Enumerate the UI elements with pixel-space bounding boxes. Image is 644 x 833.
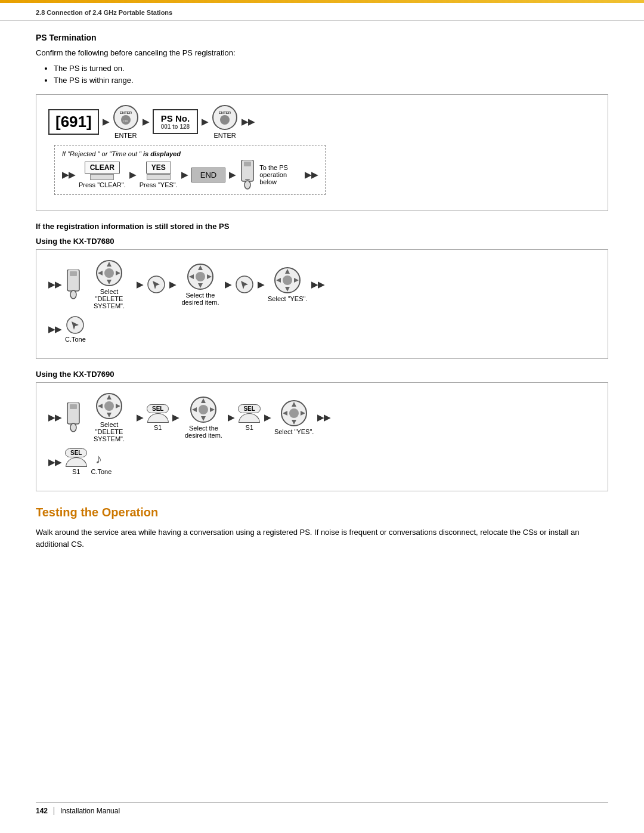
kx7680-nav-3: Select "YES". — [268, 267, 308, 302]
arrow-4: ▶ — [129, 170, 136, 179]
kx7690-select-delete: Select "DELETE SYSTEM". — [85, 421, 133, 442]
svg-rect-9 — [245, 179, 250, 180]
kx7690-double-arrow-2: ▶▶ — [317, 413, 330, 422]
enter-label-1: ENTER — [114, 132, 137, 139]
kx7680-double-arrow-3: ▶▶ — [48, 324, 61, 334]
arrow-3: ▶ — [202, 117, 208, 126]
kx7690-sel-1: SEL S1 — [147, 404, 169, 431]
kx7690-ctone-icon: ♪ C.Tone — [91, 449, 112, 475]
end-btn-icon: END — [191, 168, 225, 182]
kx7680-select-desired: Select the desired item. — [179, 292, 221, 306]
press-clear-label: Press "CLEAR". — [79, 181, 126, 188]
svg-rect-36 — [70, 404, 77, 409]
svg-point-49 — [199, 405, 208, 414]
kx7680-cursor-svg-1 — [147, 275, 166, 294]
kx7680-select-delete: Select "DELETE SYSTEM". — [85, 288, 133, 309]
svg-text:OK: OK — [123, 119, 128, 123]
kx7680-cursor-3: C.Tone — [65, 315, 86, 343]
kx7690-s1-label-2: S1 — [245, 424, 253, 431]
if-text: If "Rejected " or "Time out " is display… — [62, 150, 318, 157]
kx7680-arrow-2: ▶ — [169, 280, 176, 289]
svg-point-19 — [104, 268, 114, 278]
bullet-list: The PS is turned on. The PS is within ra… — [54, 63, 608, 88]
footer-page-number: 142 — [36, 807, 48, 815]
sub-diagram-row: ▶▶ CLEAR Press "CLEAR". ▶ YES — [62, 160, 318, 190]
enter-label-2: ENTER — [213, 132, 236, 139]
testing-body: Walk around the service area while havin… — [36, 527, 608, 550]
phone-svg-1 — [239, 160, 256, 190]
svg-point-33 — [283, 275, 292, 285]
enter-icon-2: ENTER ENTER — [212, 104, 238, 139]
arrow-5: ▶ — [181, 170, 188, 179]
svg-text:ENTER: ENTER — [219, 111, 231, 114]
kx7690-row-1: ▶▶ — [48, 392, 596, 442]
kx7690-nav-svg-1 — [95, 392, 123, 420]
svg-text:♪: ♪ — [95, 451, 102, 466]
testing-title: Testing the Operation — [36, 506, 608, 519]
kx7690-s1-label-3: S1 — [72, 468, 80, 475]
kx7690-sel-2: SEL S1 — [238, 404, 260, 431]
kx7690-diagram-box: ▶▶ — [36, 382, 608, 491]
range-text: 001 to 128 — [161, 123, 190, 130]
kx7690-nav-2: Select the desired item. — [182, 396, 224, 439]
registration-info-title: If the registration information is still… — [36, 222, 608, 231]
kx7680-arrow-3: ▶ — [225, 280, 231, 289]
double-arrow-1: ▶▶ — [242, 117, 255, 126]
kx7680-nav-1: Select "DELETE SYSTEM". — [85, 259, 133, 309]
kx7680-nav-svg-1 — [95, 259, 123, 287]
enter-icon-1: ENTER OK ENTER — [113, 104, 139, 139]
kx7680-row-1: ▶▶ — [48, 259, 596, 309]
kx7680-cursor-svg-2 — [235, 275, 254, 294]
kx7680-arrow-4: ▶ — [258, 280, 264, 289]
kx7680-cursor-svg-3 — [66, 315, 85, 335]
bullet-1: The PS is turned on. — [54, 63, 608, 75]
dashed-conditional-box: If "Rejected " or "Time out " is display… — [54, 145, 326, 195]
kx7690-nav-1: Select "DELETE SYSTEM". — [85, 392, 133, 442]
kx7680-nav-2: Select the desired item. — [179, 263, 221, 306]
header-section: 2.8 Connection of 2.4 GHz Portable Stati… — [0, 3, 644, 21]
yes-btn-icon: YES Press "YES". — [140, 162, 178, 188]
kx7690-double-arrow-1: ▶▶ — [48, 413, 61, 422]
kx7680-double-arrow-1: ▶▶ — [48, 280, 61, 289]
content-area: PS Termination Confirm the following bef… — [0, 21, 644, 577]
kx7680-ctone: C.Tone — [65, 336, 86, 343]
kx7680-row-2: ▶▶ C.Tone — [48, 315, 596, 343]
double-arrow-2: ▶▶ — [62, 170, 75, 179]
key-691-box: [691] — [48, 109, 99, 135]
kx7690-s1-label-1: S1 — [154, 424, 162, 431]
kx7690-ctone: C.Tone — [91, 468, 112, 475]
svg-point-13 — [70, 290, 76, 299]
kx7690-select-yes: Select "YES". — [274, 428, 314, 435]
press-yes-label: Press "YES". — [140, 181, 178, 188]
kx7690-select-desired: Select the desired item. — [182, 425, 224, 439]
enter-circle-svg-2: ENTER — [212, 104, 238, 131]
kx7690-arrow-4: ▶ — [264, 413, 271, 422]
enter-circle-svg: ENTER OK — [113, 104, 139, 131]
phone-icon-1 — [239, 160, 256, 190]
diagram-row-1: [691] ▶ ENTER OK ENTER ▶ PS No. 001 — [48, 104, 596, 139]
svg-rect-12 — [70, 271, 77, 276]
kx7690-phone-svg — [65, 402, 82, 432]
footer-label: Installation Manual — [60, 807, 120, 815]
kx7680-phone-svg — [65, 270, 82, 299]
kx7680-double-arrow-2: ▶▶ — [311, 280, 324, 289]
kx7690-double-arrow-3: ▶▶ — [48, 457, 61, 467]
kx7680-select-yes: Select "YES". — [268, 295, 308, 302]
double-arrow-3: ▶▶ — [305, 170, 318, 179]
svg-point-10 — [244, 181, 250, 189]
svg-text:ENTER: ENTER — [120, 111, 132, 114]
kx7690-arrow-2: ▶ — [172, 413, 179, 422]
kx7680-arrow-1: ▶ — [137, 280, 143, 289]
svg-rect-8 — [244, 162, 251, 166]
kx7690-nav-svg-3 — [280, 400, 308, 427]
to-ps-label: To the PS operation below — [259, 164, 301, 185]
kx7680-cursor-1 — [147, 275, 166, 294]
svg-point-43 — [104, 401, 114, 411]
kx7680-cursor-2 — [235, 275, 254, 294]
psno-box: PS No. 001 to 128 — [153, 109, 198, 134]
svg-point-55 — [289, 408, 299, 418]
kx7690-phone-icon — [65, 402, 82, 432]
kx7680-phone-icon — [65, 270, 82, 299]
page-container: 2.8 Connection of 2.4 GHz Portable Stati… — [0, 0, 644, 833]
arrow-6: ▶ — [229, 170, 236, 179]
